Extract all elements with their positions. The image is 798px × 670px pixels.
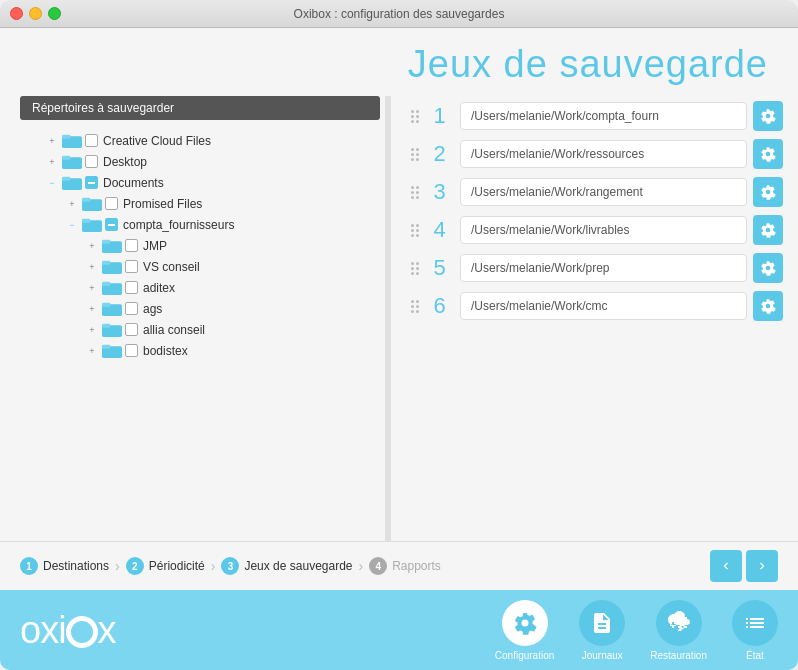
- folder-icon-aditex: [102, 280, 122, 295]
- etat-circle: [732, 600, 778, 646]
- set-path-4[interactable]: /Users/melanie/Work/livrables: [460, 216, 747, 244]
- chevron-3: ›: [359, 558, 364, 574]
- maximize-button[interactable]: [48, 7, 61, 20]
- step-label-periodicite: Périodicité: [149, 559, 205, 573]
- expand-icon-ags[interactable]: +: [85, 302, 99, 316]
- step-num-2: 2: [126, 557, 144, 575]
- set-gear-5[interactable]: [753, 253, 783, 283]
- folder-icon-vs: [102, 259, 122, 274]
- svg-rect-5: [62, 177, 70, 181]
- set-number-4: 4: [427, 217, 452, 243]
- label-promised: Promised Files: [123, 197, 202, 211]
- chevron-left-icon: [719, 559, 733, 573]
- expand-icon-documents[interactable]: −: [45, 176, 59, 190]
- drag-handle-6[interactable]: [411, 300, 419, 313]
- set-number-1: 1: [427, 103, 452, 129]
- right-panel: 1 /Users/melanie/Work/compta_fourn: [396, 96, 798, 541]
- set-gear-6[interactable]: [753, 291, 783, 321]
- tree-container: + Creative Cloud Files +: [15, 130, 380, 541]
- set-number-2: 2: [427, 141, 452, 167]
- drag-handle-3[interactable]: [411, 186, 419, 199]
- checkbox-allia[interactable]: [125, 323, 138, 336]
- folder-icon-promised: [82, 196, 102, 211]
- chevron-1: ›: [115, 558, 120, 574]
- checkbox-jmp[interactable]: [125, 239, 138, 252]
- expand-icon-aditex[interactable]: +: [85, 281, 99, 295]
- checkbox-ags[interactable]: [125, 302, 138, 315]
- footer-icon-restauration[interactable]: Restauration: [650, 600, 707, 661]
- journaux-circle: [579, 600, 625, 646]
- footer-icons: Configuration Journaux Restauratio: [495, 600, 778, 661]
- label-ags: ags: [143, 302, 162, 316]
- label-compta: compta_fournisseurs: [123, 218, 234, 232]
- nav-step-rapports[interactable]: 4 Rapports: [369, 557, 441, 575]
- gear-icon-4: [760, 222, 776, 238]
- drag-handle-4[interactable]: [411, 224, 419, 237]
- svg-rect-3: [62, 156, 70, 160]
- checkbox-vs[interactable]: [125, 260, 138, 273]
- folder-icon-ags: [102, 301, 122, 316]
- set-path-5[interactable]: /Users/melanie/Work/prep: [460, 254, 747, 282]
- configuration-icon: [513, 611, 537, 635]
- nav-step-periodicite[interactable]: 2 Périodicité: [126, 557, 205, 575]
- gear-icon-3: [760, 184, 776, 200]
- close-button[interactable]: [10, 7, 23, 20]
- drag-handle-5[interactable]: [411, 262, 419, 275]
- backup-set-4: 4 /Users/melanie/Work/livrables: [411, 215, 783, 245]
- svg-rect-9: [82, 219, 90, 223]
- set-gear-1[interactable]: [753, 101, 783, 131]
- tree-item-aditex: + aditex: [15, 277, 380, 298]
- footer-icon-configuration[interactable]: Configuration: [495, 600, 554, 661]
- folder-icon-bodistex: [102, 343, 122, 358]
- minimize-button[interactable]: [29, 7, 42, 20]
- expand-icon-desktop[interactable]: +: [45, 155, 59, 169]
- panel-label: Répertoires à sauvegarder: [20, 96, 380, 120]
- expand-icon-creative[interactable]: +: [45, 134, 59, 148]
- drag-handle-2[interactable]: [411, 148, 419, 161]
- next-button[interactable]: [746, 550, 778, 582]
- drag-handle-1[interactable]: [411, 110, 419, 123]
- checkbox-creative[interactable]: [85, 134, 98, 147]
- footer-icon-etat[interactable]: État: [732, 600, 778, 661]
- set-path-3[interactable]: /Users/melanie/Work/rangement: [460, 178, 747, 206]
- svg-rect-7: [82, 198, 90, 202]
- nav-step-jeux[interactable]: 3 Jeux de sauvegarde: [221, 557, 352, 575]
- tree-item-ags: + ags: [15, 298, 380, 319]
- set-path-1[interactable]: /Users/melanie/Work/compta_fourn: [460, 102, 747, 130]
- svg-rect-13: [102, 261, 110, 265]
- checkbox-bodistex[interactable]: [125, 344, 138, 357]
- footer: oxix Configuration Journaux: [0, 590, 798, 670]
- nav-step-destinations[interactable]: 1 Destinations: [20, 557, 109, 575]
- checkbox-promised[interactable]: [105, 197, 118, 210]
- svg-rect-17: [102, 303, 110, 307]
- set-gear-4[interactable]: [753, 215, 783, 245]
- folder-icon-creative: [62, 133, 82, 148]
- restauration-icon: [667, 611, 691, 635]
- set-gear-3[interactable]: [753, 177, 783, 207]
- tree-item-desktop: + Desktop: [15, 151, 380, 172]
- step-num-1: 1: [20, 557, 38, 575]
- expand-icon-jmp[interactable]: +: [85, 239, 99, 253]
- backup-set-2: 2 /Users/melanie/Work/ressources: [411, 139, 783, 169]
- expand-icon-promised[interactable]: +: [65, 197, 79, 211]
- footer-icon-journaux[interactable]: Journaux: [579, 600, 625, 661]
- set-gear-2[interactable]: [753, 139, 783, 169]
- restauration-label: Restauration: [650, 650, 707, 661]
- left-panel: Répertoires à sauvegarder + Creative Clo…: [0, 96, 380, 541]
- gear-icon-2: [760, 146, 776, 162]
- set-path-2[interactable]: /Users/melanie/Work/ressources: [460, 140, 747, 168]
- step-num-4: 4: [369, 557, 387, 575]
- checkbox-desktop[interactable]: [85, 155, 98, 168]
- set-path-6[interactable]: /Users/melanie/Work/cmc: [460, 292, 747, 320]
- checkbox-compta[interactable]: [105, 218, 118, 231]
- backup-set-3: 3 /Users/melanie/Work/rangement: [411, 177, 783, 207]
- label-jmp: JMP: [143, 239, 167, 253]
- checkbox-aditex[interactable]: [125, 281, 138, 294]
- expand-icon-allia[interactable]: +: [85, 323, 99, 337]
- expand-icon-bodistex[interactable]: +: [85, 344, 99, 358]
- checkbox-documents[interactable]: [85, 176, 98, 189]
- prev-button[interactable]: [710, 550, 742, 582]
- expand-icon-compta[interactable]: −: [65, 218, 79, 232]
- expand-icon-vs[interactable]: +: [85, 260, 99, 274]
- etat-icon: [743, 611, 767, 635]
